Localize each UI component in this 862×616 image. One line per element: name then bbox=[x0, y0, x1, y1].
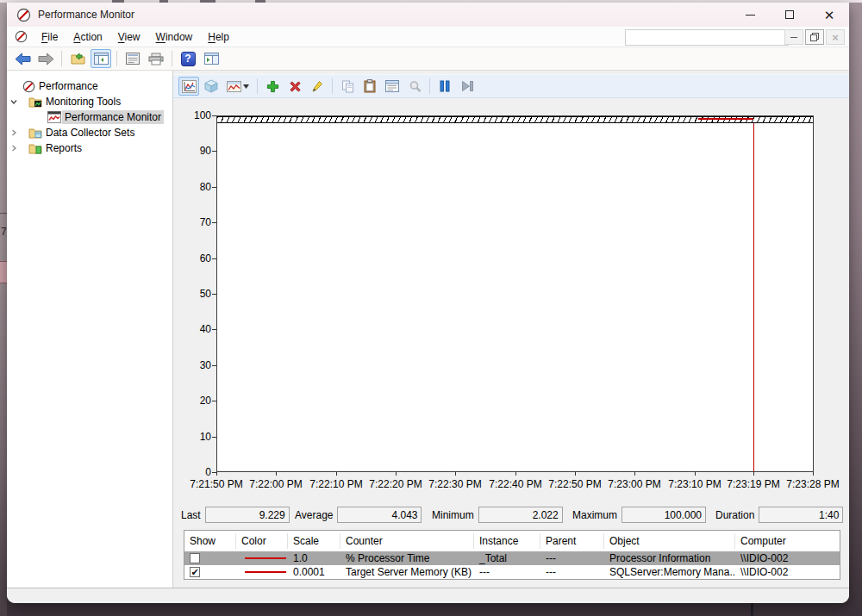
toolbar-separator bbox=[429, 78, 430, 94]
menu-help-label: elp bbox=[216, 31, 229, 43]
mdi-close-button[interactable]: × bbox=[826, 29, 845, 45]
computer-cell: \\IDIO-002 bbox=[735, 566, 840, 578]
zoom-button[interactable] bbox=[404, 77, 425, 96]
show-hide-action-pane-button[interactable] bbox=[201, 49, 222, 68]
mdi-restore-button[interactable] bbox=[805, 29, 824, 45]
change-graph-type-button[interactable] bbox=[223, 77, 253, 96]
menu-help[interactable]: Help bbox=[200, 28, 237, 46]
freeze-display-button[interactable] bbox=[434, 77, 455, 96]
chevron-right-icon[interactable] bbox=[7, 128, 21, 137]
computer-cell: \\IDIO-002 bbox=[735, 552, 840, 564]
x-tickmark bbox=[575, 472, 576, 476]
background-line bbox=[0, 213, 7, 214]
menu-file[interactable]: File bbox=[34, 28, 66, 46]
col-header-parent[interactable]: Parent bbox=[540, 533, 604, 549]
counter-row-target-server-memory[interactable]: ✔ 0.0001 Target Server Memory (KB) --- -… bbox=[184, 565, 840, 579]
menu-view-label: iew bbox=[125, 31, 141, 43]
show-cell bbox=[184, 553, 236, 563]
window-title: Performance Monitor bbox=[38, 9, 134, 21]
x-tickmark bbox=[216, 472, 217, 476]
tree-item-data-collector-sets[interactable]: Data Collector Sets bbox=[7, 125, 172, 140]
x-tickmark bbox=[276, 472, 277, 476]
view-log-data-button[interactable] bbox=[201, 77, 222, 96]
properties-icon bbox=[385, 80, 399, 92]
view-current-activity-button[interactable] bbox=[178, 77, 199, 96]
minimize-icon bbox=[746, 15, 755, 16]
maximize-button[interactable] bbox=[770, 3, 809, 27]
paste-counter-list-button[interactable] bbox=[359, 77, 380, 96]
col-header-object[interactable]: Object bbox=[604, 533, 735, 549]
stat-last-label: Last bbox=[181, 509, 201, 521]
printer-icon bbox=[148, 53, 164, 65]
col-header-scale[interactable]: Scale bbox=[288, 533, 340, 549]
counter-color-swatch bbox=[245, 557, 286, 559]
copy-icon bbox=[341, 80, 354, 93]
col-header-counter[interactable]: Counter bbox=[340, 533, 474, 549]
tree-item-reports[interactable]: Reports bbox=[7, 140, 172, 156]
tree-item-monitoring-tools[interactable]: Monitoring Tools bbox=[7, 94, 172, 109]
back-button[interactable] bbox=[12, 49, 33, 68]
log-data-cube-icon bbox=[204, 79, 218, 93]
show-hide-console-tree-button[interactable] bbox=[91, 49, 111, 68]
copy-properties-button[interactable] bbox=[337, 77, 358, 96]
chart-plot-area[interactable] bbox=[216, 115, 814, 472]
counter-line-segment bbox=[698, 118, 753, 120]
forward-icon bbox=[38, 53, 54, 65]
y-tick: 20 bbox=[175, 395, 211, 407]
toolbar-separator bbox=[61, 51, 62, 66]
menu-view[interactable]: View bbox=[110, 28, 148, 46]
console-properties-button[interactable] bbox=[122, 49, 143, 68]
forward-button[interactable] bbox=[35, 49, 56, 68]
stat-minimum-label: Minimum bbox=[432, 509, 474, 521]
tree-item-label-selected: Performance Monitor bbox=[62, 110, 164, 124]
perfmon-menu-icon bbox=[15, 30, 28, 43]
show-checkbox[interactable] bbox=[190, 553, 200, 563]
console-window-icon bbox=[126, 53, 140, 65]
menu-window-accel: W bbox=[156, 31, 166, 43]
tree-item-label: Performance bbox=[36, 79, 101, 93]
stat-minimum-value: 2.022 bbox=[478, 507, 563, 523]
col-header-computer[interactable]: Computer bbox=[735, 533, 840, 549]
mdi-titlebar-area bbox=[625, 29, 789, 46]
stat-duration-label: Duration bbox=[715, 509, 754, 521]
properties-button[interactable] bbox=[382, 77, 403, 96]
tree-item-performance-monitor[interactable]: Performance Monitor bbox=[7, 109, 172, 125]
x-tickmark bbox=[396, 472, 397, 476]
performance-monitor-view: 100 90 80 70 60 50 40 30 20 10 0 bbox=[173, 71, 849, 588]
color-cell bbox=[236, 557, 288, 559]
background-mark bbox=[751, 603, 753, 616]
paste-icon bbox=[364, 79, 376, 93]
counter-color-swatch bbox=[245, 571, 286, 573]
counter-row-processor-time[interactable]: 1.0 % Processor Time _Total --- Processo… bbox=[184, 551, 840, 565]
mdi-minimize-button[interactable] bbox=[784, 29, 803, 45]
color-cell bbox=[236, 571, 288, 573]
menu-window[interactable]: Window bbox=[148, 28, 201, 46]
step-forward-icon bbox=[461, 80, 474, 92]
stat-last: Last 9.229 bbox=[181, 507, 290, 523]
show-checkbox-checked[interactable]: ✔ bbox=[190, 567, 200, 577]
delete-counter-button[interactable] bbox=[284, 77, 305, 96]
legend-header-row: Show Color Scale Counter Instance Parent… bbox=[184, 531, 840, 551]
minimize-button[interactable] bbox=[730, 3, 770, 27]
col-header-show[interactable]: Show bbox=[184, 533, 236, 549]
content-area: Performance Monitoring Tools bbox=[7, 71, 849, 588]
x-tick: 7:23:10 PM bbox=[668, 478, 721, 490]
chevron-right-icon[interactable] bbox=[7, 144, 21, 152]
menu-action[interactable]: Action bbox=[66, 28, 109, 46]
print-button[interactable] bbox=[146, 49, 166, 68]
menu-action-label: ction bbox=[80, 31, 102, 43]
chevron-down-icon[interactable] bbox=[7, 97, 21, 106]
perfmon-app-icon bbox=[16, 8, 31, 22]
export-button[interactable] bbox=[67, 49, 88, 68]
reports-folder-icon bbox=[28, 142, 43, 154]
update-data-button[interactable] bbox=[457, 77, 478, 96]
col-header-color[interactable]: Color bbox=[236, 533, 288, 549]
add-counter-button[interactable] bbox=[262, 77, 283, 96]
highlight-button[interactable] bbox=[307, 77, 328, 96]
x-tick: 7:22:00 PM bbox=[249, 478, 302, 490]
close-button[interactable]: ✕ bbox=[809, 3, 849, 27]
tree-item-performance[interactable]: Performance bbox=[7, 78, 172, 94]
magnifier-icon bbox=[409, 80, 422, 93]
help-button[interactable]: ? bbox=[178, 49, 198, 68]
col-header-instance[interactable]: Instance bbox=[474, 533, 540, 549]
